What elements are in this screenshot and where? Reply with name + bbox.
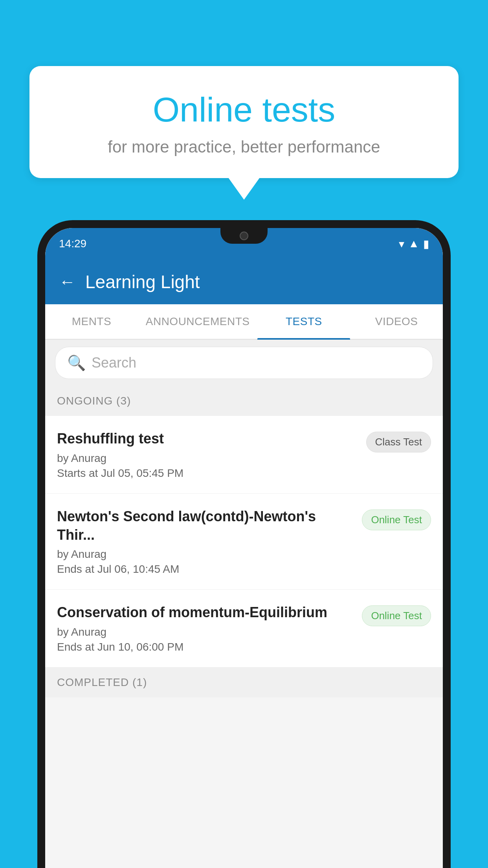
notch (220, 228, 268, 244)
test-by: by Anurag (57, 548, 354, 561)
test-badge-online-2: Online Test (362, 605, 431, 626)
test-time: Ends at Jul 06, 10:45 AM (57, 563, 354, 576)
camera (240, 232, 248, 240)
status-time: 14:29 (59, 237, 86, 250)
list-item[interactable]: Conservation of momentum-Equilibrium by … (45, 590, 443, 668)
completed-section-header: COMPLETED (1) (45, 668, 443, 697)
status-icons: ▾ ▲ ▮ (399, 237, 429, 250)
tab-tests[interactable]: TESTS (257, 304, 350, 339)
app-header: ← Learning Light (45, 259, 443, 304)
phone-frame: 14:29 ▾ ▲ ▮ ← Learning Light MENTS ANNOU… (37, 220, 451, 868)
test-name: Newton's Second law(contd)-Newton's Thir… (57, 508, 354, 544)
app-title: Learning Light (85, 271, 200, 292)
test-time: Starts at Jul 05, 05:45 PM (57, 467, 358, 480)
completed-section-title: COMPLETED (1) (57, 676, 147, 688)
status-bar: 14:29 ▾ ▲ ▮ (45, 228, 443, 259)
test-name: Reshuffling test (57, 430, 358, 448)
tab-announcements[interactable]: ANNOUNCEMENTS (138, 304, 258, 339)
test-badge-online: Online Test (362, 509, 431, 530)
list-item[interactable]: Newton's Second law(contd)-Newton's Thir… (45, 494, 443, 590)
back-button[interactable]: ← (59, 272, 75, 291)
test-time: Ends at Jun 10, 06:00 PM (57, 641, 354, 653)
list-item[interactable]: Reshuffling test by Anurag Starts at Jul… (45, 416, 443, 494)
search-container: 🔍 Search (45, 340, 443, 386)
test-info: Conservation of momentum-Equilibrium by … (57, 603, 362, 653)
tab-videos[interactable]: VIDEOS (350, 304, 443, 339)
test-name: Conservation of momentum-Equilibrium (57, 603, 354, 622)
search-input[interactable]: Search (92, 355, 136, 371)
wifi-icon: ▾ (399, 237, 404, 250)
bubble-title: Online tests (49, 90, 439, 130)
signal-icon: ▲ (408, 237, 419, 250)
test-by: by Anurag (57, 626, 354, 638)
test-badge-class: Class Test (366, 432, 431, 452)
battery-icon: ▮ (423, 237, 429, 250)
test-by: by Anurag (57, 452, 358, 465)
phone-screen: 14:29 ▾ ▲ ▮ ← Learning Light MENTS ANNOU… (45, 228, 443, 868)
tabs-bar: MENTS ANNOUNCEMENTS TESTS VIDEOS (45, 304, 443, 340)
bubble-subtitle: for more practice, better performance (49, 138, 439, 156)
speech-bubble: Online tests for more practice, better p… (29, 66, 459, 178)
test-info: Newton's Second law(contd)-Newton's Thir… (57, 508, 362, 576)
search-icon: 🔍 (67, 354, 86, 371)
ongoing-section-title: ONGOING (3) (57, 395, 131, 407)
test-list: Reshuffling test by Anurag Starts at Jul… (45, 416, 443, 668)
ongoing-section-header: ONGOING (3) (45, 386, 443, 416)
test-info: Reshuffling test by Anurag Starts at Jul… (57, 430, 366, 480)
search-bar[interactable]: 🔍 Search (55, 347, 433, 379)
tab-ments[interactable]: MENTS (45, 304, 138, 339)
